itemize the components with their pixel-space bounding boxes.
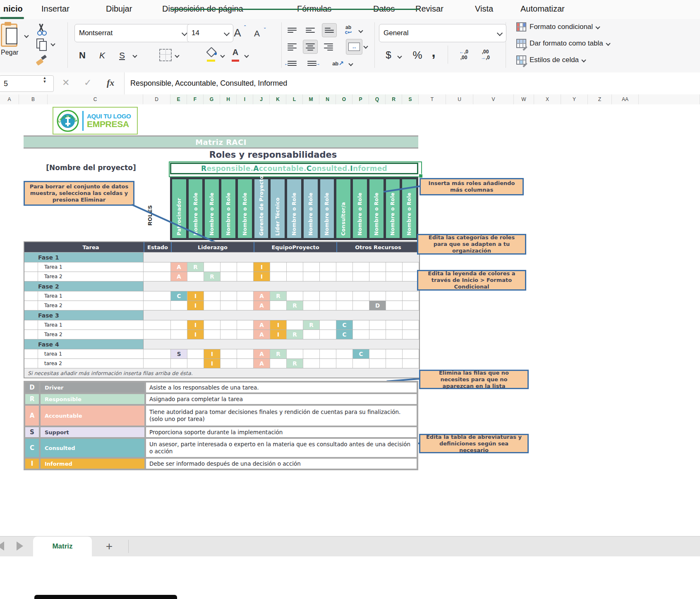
legend-description[interactable]: Debe ser informado después de una decisi… xyxy=(146,459,417,469)
raci-cell-14[interactable] xyxy=(386,262,403,272)
role-column-2[interactable]: Nombre o Role xyxy=(189,179,203,238)
role-column-13[interactable]: Nombre o Role xyxy=(369,179,384,238)
paste-button[interactable] xyxy=(0,22,20,47)
selection-fill-handle[interactable] xyxy=(419,174,423,178)
raci-cell-13[interactable] xyxy=(369,272,386,281)
raci-cell-4[interactable] xyxy=(221,359,237,368)
raci-cell-8[interactable] xyxy=(287,349,303,358)
raci-cell-4[interactable] xyxy=(221,349,237,358)
role-column-8[interactable]: Nombre o Role xyxy=(287,179,301,238)
raci-cell-12[interactable] xyxy=(353,291,369,301)
raci-cell-3[interactable] xyxy=(204,320,221,330)
task-row-margin-cell[interactable] xyxy=(24,359,38,368)
raci-cell-4[interactable] xyxy=(221,262,237,272)
raci-cell-4[interactable] xyxy=(221,301,237,310)
raci-cell-1[interactable] xyxy=(171,320,187,330)
task-estado-cell[interactable] xyxy=(144,272,171,281)
raci-cell-1[interactable] xyxy=(171,301,187,310)
decrease-font-button[interactable]: Aˇ xyxy=(250,26,264,41)
raci-cell-10[interactable] xyxy=(320,262,336,272)
phase-row[interactable]: Fase 4 xyxy=(24,339,419,349)
menu-item-automatizar[interactable]: Automatizar xyxy=(520,4,565,14)
column-header-filler[interactable] xyxy=(639,94,700,104)
column-header-Q[interactable]: Q xyxy=(369,94,386,104)
legend-label[interactable]: Driver xyxy=(41,382,144,392)
raci-cell-4[interactable] xyxy=(221,330,237,339)
raci-cell-12[interactable] xyxy=(353,330,369,339)
raci-cell-8[interactable] xyxy=(287,262,303,272)
raci-cell-6[interactable]: A xyxy=(254,291,270,301)
raci-cell-1[interactable]: C xyxy=(171,291,187,301)
raci-cell-15[interactable] xyxy=(403,262,419,272)
raci-cell-8[interactable] xyxy=(287,320,303,330)
raci-cell-10[interactable] xyxy=(320,291,336,301)
italic-button[interactable]: K xyxy=(96,48,108,63)
raci-cell-13[interactable] xyxy=(369,349,386,358)
raci-cell-13[interactable]: D xyxy=(369,301,386,310)
project-name[interactable]: [Nombre del proyecto] xyxy=(37,164,145,172)
copy-dropdown[interactable] xyxy=(50,41,55,46)
raci-cell-15[interactable] xyxy=(403,349,419,358)
raci-cell-12[interactable] xyxy=(353,272,369,281)
raci-cell-7[interactable] xyxy=(270,272,287,281)
task-name-cell[interactable]: Tarea 2 xyxy=(38,330,144,339)
column-header-R[interactable]: R xyxy=(386,94,402,104)
raci-cell-6[interactable]: I xyxy=(254,262,270,272)
raci-cell-14[interactable] xyxy=(386,330,403,339)
raci-cell-3[interactable] xyxy=(204,291,221,301)
task-name-cell[interactable]: Tarea 2 xyxy=(38,301,144,310)
callout-right-2[interactable]: Edita las categorías de roles para que s… xyxy=(417,234,526,255)
raci-cell-11[interactable] xyxy=(336,262,353,272)
raci-cell-10[interactable] xyxy=(320,359,336,368)
raci-cell-2[interactable]: R xyxy=(187,262,204,272)
raci-cell-10[interactable] xyxy=(320,349,336,358)
column-header-AA[interactable]: AA xyxy=(612,94,639,104)
role-column-4[interactable]: Nombre o Role xyxy=(221,179,235,238)
role-column-9[interactable]: Nombre o Role xyxy=(304,179,318,238)
role-column-12[interactable]: Nombre o Role xyxy=(353,179,367,238)
raci-cell-10[interactable] xyxy=(320,320,336,330)
column-header-E[interactable]: E xyxy=(170,94,187,104)
raci-cell-5[interactable] xyxy=(237,330,254,339)
sheet-next-icon[interactable] xyxy=(17,541,23,551)
task-estado-cell[interactable] xyxy=(144,349,171,358)
legend-description[interactable]: Asiste a los responsables de una tarea. xyxy=(146,382,417,392)
task-name-cell[interactable]: tarea 2 xyxy=(38,359,144,368)
column-header-K[interactable]: K xyxy=(270,94,286,104)
task-row-margin-cell[interactable] xyxy=(24,330,38,339)
task-estado-cell[interactable] xyxy=(144,330,171,339)
column-header-C[interactable]: C xyxy=(48,94,143,104)
legend-label[interactable]: Informed xyxy=(41,459,144,469)
fill-color-button[interactable] xyxy=(205,46,218,63)
add-sheet-button[interactable]: + xyxy=(101,538,117,555)
wrap-text-icon[interactable]: abc↩ xyxy=(340,22,357,37)
format-as-table-button[interactable]: Dar formato como tabla xyxy=(516,39,610,48)
raci-cell-15[interactable] xyxy=(403,330,419,339)
phase-row[interactable]: Fase 2 xyxy=(24,281,419,291)
column-header-V[interactable]: V xyxy=(473,94,514,104)
raci-cell-15[interactable] xyxy=(403,320,419,330)
raci-cell-9[interactable] xyxy=(303,272,320,281)
conditional-formatting-button[interactable]: Formato condicional xyxy=(516,22,599,31)
raci-cell-1[interactable]: A xyxy=(171,272,187,281)
raci-cell-15[interactable] xyxy=(403,359,419,368)
bold-button[interactable]: N xyxy=(76,48,89,63)
align-center-icon[interactable] xyxy=(303,40,318,54)
raci-cell-11[interactable] xyxy=(336,359,353,368)
decrease-indent-icon[interactable]: ← xyxy=(285,57,300,70)
column-header-P[interactable]: P xyxy=(352,94,369,104)
legend-description[interactable]: Asignado para completar la tarea xyxy=(146,394,417,404)
fx-icon[interactable]: fx xyxy=(107,77,114,88)
raci-cell-13[interactable] xyxy=(369,330,386,339)
legend-label[interactable]: Consulted xyxy=(41,439,144,457)
raci-cell-13[interactable] xyxy=(369,320,386,330)
raci-cell-11[interactable]: C xyxy=(336,330,353,339)
cell-styles-button[interactable]: Estilos de celda xyxy=(516,55,585,65)
increase-decimal-icon[interactable]: ,00→,0 xyxy=(477,46,494,64)
legend-letter-swatch[interactable]: R xyxy=(25,394,39,404)
column-header-X[interactable]: X xyxy=(534,94,561,104)
number-format-select[interactable]: General xyxy=(379,24,506,42)
column-header-U[interactable]: U xyxy=(446,94,473,104)
raci-cell-9[interactable] xyxy=(303,262,320,272)
raci-cell-15[interactable] xyxy=(403,301,419,310)
